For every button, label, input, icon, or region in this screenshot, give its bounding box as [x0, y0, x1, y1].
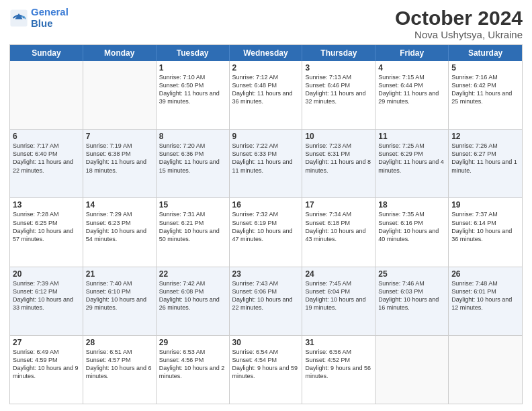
day-info: Sunrise: 7:39 AM Sunset: 6:12 PM Dayligh… [13, 279, 80, 312]
logo-text: General Blue [31, 7, 69, 29]
day-info: Sunrise: 6:56 AM Sunset: 4:52 PM Dayligh… [305, 348, 372, 381]
day-number: 24 [305, 269, 372, 279]
empty-cell [10, 61, 83, 129]
day-info: Sunrise: 7:37 AM Sunset: 6:14 PM Dayligh… [451, 210, 519, 243]
day-cell-25: 25Sunrise: 7:46 AM Sunset: 6:03 PM Dayli… [375, 267, 449, 335]
day-cell-14: 14Sunrise: 7:29 AM Sunset: 6:23 PM Dayli… [83, 198, 157, 266]
logo: General Blue [9, 7, 69, 29]
day-cell-8: 8Sunrise: 7:20 AM Sunset: 6:36 PM Daylig… [157, 130, 230, 197]
day-cell-20: 20Sunrise: 7:39 AM Sunset: 6:12 PM Dayli… [10, 267, 83, 335]
day-info: Sunrise: 7:32 AM Sunset: 6:19 PM Dayligh… [232, 210, 300, 243]
day-number: 19 [451, 200, 519, 210]
day-number: 5 [451, 63, 519, 73]
day-cell-18: 18Sunrise: 7:35 AM Sunset: 6:16 PM Dayli… [375, 198, 449, 266]
day-number: 18 [378, 200, 445, 210]
day-info: Sunrise: 7:19 AM Sunset: 6:38 PM Dayligh… [86, 142, 153, 175]
calendar-row-2: 6Sunrise: 7:17 AM Sunset: 6:40 PM Daylig… [10, 129, 522, 197]
day-info: Sunrise: 7:45 AM Sunset: 6:04 PM Dayligh… [305, 279, 372, 312]
calendar-row-3: 13Sunrise: 7:28 AM Sunset: 6:25 PM Dayli… [10, 197, 522, 266]
day-header-friday: Friday [375, 45, 449, 61]
day-number: 16 [232, 200, 300, 210]
day-cell-1: 1Sunrise: 7:10 AM Sunset: 6:50 PM Daylig… [157, 61, 230, 129]
day-number: 8 [159, 132, 226, 141]
calendar-row-1: 1Sunrise: 7:10 AM Sunset: 6:50 PM Daylig… [10, 61, 522, 129]
day-info: Sunrise: 7:22 AM Sunset: 6:33 PM Dayligh… [232, 142, 300, 175]
day-header-monday: Monday [83, 45, 157, 61]
day-number: 2 [232, 63, 300, 73]
day-cell-23: 23Sunrise: 7:43 AM Sunset: 6:06 PM Dayli… [230, 267, 303, 335]
day-info: Sunrise: 6:51 AM Sunset: 4:57 PM Dayligh… [86, 348, 153, 381]
day-number: 28 [86, 338, 153, 347]
day-info: Sunrise: 7:26 AM Sunset: 6:27 PM Dayligh… [451, 142, 519, 175]
day-cell-22: 22Sunrise: 7:42 AM Sunset: 6:08 PM Dayli… [157, 267, 230, 335]
day-number: 15 [159, 200, 226, 210]
day-cell-4: 4Sunrise: 7:15 AM Sunset: 6:44 PM Daylig… [375, 61, 449, 129]
day-info: Sunrise: 7:25 AM Sunset: 6:29 PM Dayligh… [378, 142, 445, 175]
day-info: Sunrise: 7:17 AM Sunset: 6:40 PM Dayligh… [13, 142, 80, 175]
day-info: Sunrise: 6:49 AM Sunset: 4:59 PM Dayligh… [13, 348, 80, 381]
day-cell-16: 16Sunrise: 7:32 AM Sunset: 6:19 PM Dayli… [230, 198, 303, 266]
calendar: SundayMondayTuesdayWednesdayThursdayFrid… [9, 44, 523, 404]
day-info: Sunrise: 7:46 AM Sunset: 6:03 PM Dayligh… [378, 279, 445, 312]
day-info: Sunrise: 7:43 AM Sunset: 6:06 PM Dayligh… [232, 279, 300, 312]
calendar-body: 1Sunrise: 7:10 AM Sunset: 6:50 PM Daylig… [10, 61, 522, 404]
page-header: General Blue October 2024 Nova Ushytsya,… [9, 7, 523, 40]
day-cell-5: 5Sunrise: 7:16 AM Sunset: 6:42 PM Daylig… [449, 61, 522, 129]
day-cell-9: 9Sunrise: 7:22 AM Sunset: 6:33 PM Daylig… [230, 130, 303, 197]
day-number: 26 [451, 269, 519, 279]
empty-cell [449, 336, 522, 404]
day-info: Sunrise: 7:35 AM Sunset: 6:16 PM Dayligh… [378, 210, 445, 243]
day-cell-10: 10Sunrise: 7:23 AM Sunset: 6:31 PM Dayli… [302, 130, 375, 197]
day-number: 4 [378, 63, 445, 73]
day-number: 12 [451, 132, 519, 141]
day-cell-29: 29Sunrise: 6:53 AM Sunset: 4:56 PM Dayli… [157, 336, 230, 404]
day-info: Sunrise: 7:28 AM Sunset: 6:25 PM Dayligh… [13, 210, 80, 243]
day-info: Sunrise: 7:29 AM Sunset: 6:23 PM Dayligh… [86, 210, 153, 243]
day-number: 31 [305, 338, 372, 347]
day-cell-15: 15Sunrise: 7:31 AM Sunset: 6:21 PM Dayli… [157, 198, 230, 266]
day-number: 29 [159, 338, 226, 347]
day-info: Sunrise: 7:12 AM Sunset: 6:48 PM Dayligh… [232, 73, 300, 106]
day-number: 23 [232, 269, 300, 279]
day-info: Sunrise: 7:10 AM Sunset: 6:50 PM Dayligh… [159, 73, 226, 106]
day-cell-2: 2Sunrise: 7:12 AM Sunset: 6:48 PM Daylig… [230, 61, 303, 129]
day-header-sunday: Sunday [10, 45, 83, 61]
title-block: October 2024 Nova Ushytsya, Ukraine [395, 7, 523, 40]
day-cell-31: 31Sunrise: 6:56 AM Sunset: 4:52 PM Dayli… [302, 336, 375, 404]
calendar-row-4: 20Sunrise: 7:39 AM Sunset: 6:12 PM Dayli… [10, 267, 522, 335]
day-header-thursday: Thursday [302, 45, 375, 61]
empty-cell [375, 336, 449, 404]
day-header-wednesday: Wednesday [230, 45, 303, 61]
day-cell-27: 27Sunrise: 6:49 AM Sunset: 4:59 PM Dayli… [10, 336, 83, 404]
day-header-saturday: Saturday [449, 45, 522, 61]
day-number: 14 [86, 200, 153, 210]
day-info: Sunrise: 6:53 AM Sunset: 4:56 PM Dayligh… [159, 348, 226, 381]
day-cell-11: 11Sunrise: 7:25 AM Sunset: 6:29 PM Dayli… [375, 130, 449, 197]
day-cell-3: 3Sunrise: 7:13 AM Sunset: 6:46 PM Daylig… [302, 61, 375, 129]
day-number: 10 [305, 132, 372, 141]
day-number: 6 [13, 132, 80, 141]
day-info: Sunrise: 7:13 AM Sunset: 6:46 PM Dayligh… [305, 73, 372, 106]
day-info: Sunrise: 7:31 AM Sunset: 6:21 PM Dayligh… [159, 210, 226, 243]
day-number: 13 [13, 200, 80, 210]
logo-icon [9, 9, 28, 28]
day-number: 11 [378, 132, 445, 141]
day-cell-26: 26Sunrise: 7:48 AM Sunset: 6:01 PM Dayli… [449, 267, 522, 335]
day-cell-6: 6Sunrise: 7:17 AM Sunset: 6:40 PM Daylig… [10, 130, 83, 197]
calendar-row-5: 27Sunrise: 6:49 AM Sunset: 4:59 PM Dayli… [10, 335, 522, 404]
day-info: Sunrise: 7:16 AM Sunset: 6:42 PM Dayligh… [451, 73, 519, 106]
day-info: Sunrise: 7:23 AM Sunset: 6:31 PM Dayligh… [305, 142, 372, 175]
day-number: 27 [13, 338, 80, 347]
day-number: 21 [86, 269, 153, 279]
day-cell-7: 7Sunrise: 7:19 AM Sunset: 6:38 PM Daylig… [83, 130, 157, 197]
day-info: Sunrise: 7:40 AM Sunset: 6:10 PM Dayligh… [86, 279, 153, 312]
day-cell-19: 19Sunrise: 7:37 AM Sunset: 6:14 PM Dayli… [449, 198, 522, 266]
day-info: Sunrise: 6:54 AM Sunset: 4:54 PM Dayligh… [232, 348, 300, 381]
day-cell-30: 30Sunrise: 6:54 AM Sunset: 4:54 PM Dayli… [230, 336, 303, 404]
day-cell-17: 17Sunrise: 7:34 AM Sunset: 6:18 PM Dayli… [302, 198, 375, 266]
day-info: Sunrise: 7:42 AM Sunset: 6:08 PM Dayligh… [159, 279, 226, 312]
day-cell-13: 13Sunrise: 7:28 AM Sunset: 6:25 PM Dayli… [10, 198, 83, 266]
day-number: 25 [378, 269, 445, 279]
day-number: 22 [159, 269, 226, 279]
day-number: 20 [13, 269, 80, 279]
